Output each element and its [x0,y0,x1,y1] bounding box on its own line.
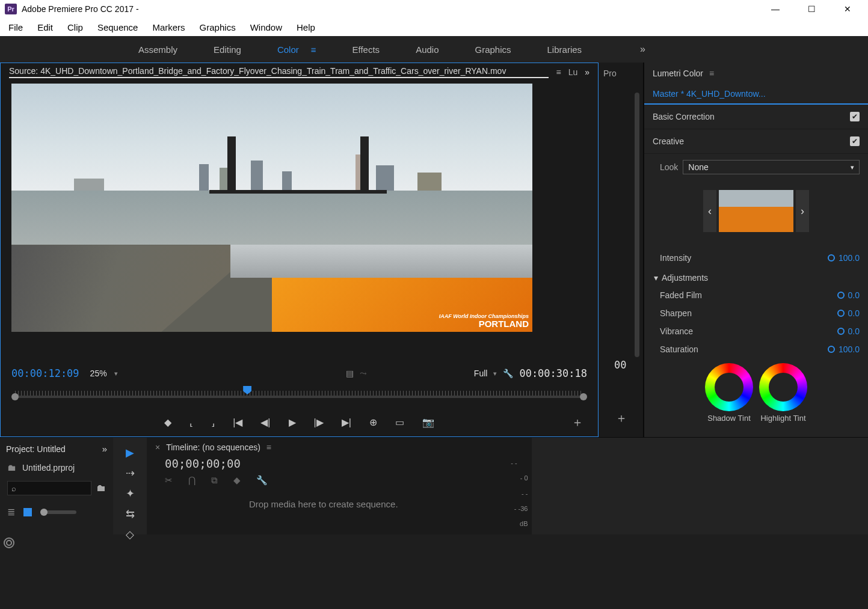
export-frame-button[interactable]: 📷 [422,417,434,428]
timeline-drop-hint[interactable]: Drop media here to create sequence. [155,488,492,520]
timeline-title: Timeline: (no sequences) [166,442,260,452]
panel-overflow-icon[interactable]: » [585,67,589,77]
settings-wrench-icon[interactable]: 🔧 [256,475,268,486]
icon-view-button[interactable] [23,508,32,516]
menu-help[interactable]: Help [291,21,321,34]
video-frame: IAAF World Indoor ChampionshipsPORTLAND [11,84,532,332]
look-next-button[interactable]: › [796,190,809,232]
close-button[interactable]: ✕ [837,4,858,14]
menu-graphics[interactable]: Graphics [194,21,242,34]
source-scrubber[interactable] [1,382,598,408]
collapsed-tab-program[interactable]: Pro [603,69,617,78]
faded-film-value[interactable]: 0.0 [837,290,860,300]
go-to-in-button[interactable]: |◀ [233,417,242,428]
project-search-input[interactable]: ⌕ [7,481,91,495]
track-select-tool[interactable]: ⇢ [123,467,137,480]
mark-in-button[interactable]: ⸤ [189,417,193,428]
saturation-value[interactable]: 100.0 [828,344,860,354]
workspace-effects[interactable]: Effects [352,42,380,57]
basic-correction-toggle[interactable]: ✔ [850,112,860,121]
menu-edit[interactable]: Edit [31,21,59,34]
lumetri-lower-filler [532,438,869,534]
source-video-viewport[interactable]: IAAF World Indoor ChampionshipsPORTLAND [1,81,598,364]
menu-window[interactable]: Window [244,21,288,34]
lumetri-section-basic-correction[interactable]: Basic Correction ✔ [644,105,868,129]
source-tab-lumetri[interactable]: Lu [568,67,578,77]
saturation-label: Saturation [660,344,698,354]
ripple-edit-tool[interactable]: ✦ [123,487,137,500]
menu-clip[interactable]: Clip [61,21,89,34]
intensity-value[interactable]: 100.0 [828,253,860,263]
look-prev-button[interactable]: ‹ [703,190,716,232]
panel-menu-icon[interactable]: ≡ [266,442,271,452]
menu-markers[interactable]: Markers [146,21,191,34]
slip-tool[interactable]: ⇆ [123,507,137,521]
thumbnail-size-slider[interactable] [40,510,76,514]
workspace-editing[interactable]: Editing [214,42,241,57]
video-only-drag-icon[interactable]: ▤ [346,369,354,378]
source-current-timecode[interactable]: 00:00:12:09 [11,367,79,379]
marker-button[interactable]: ◆ [233,475,241,486]
project-file-name: Untitled.prproj [22,463,75,473]
shadow-tint-wheel[interactable] [705,363,753,411]
list-view-button[interactable]: ≣ [7,506,15,518]
button-editor-icon[interactable]: ＋ [571,414,583,430]
window-title: Adobe Premiere Pro CC 2017 - [22,4,139,14]
menu-file[interactable]: File [2,21,29,34]
audio-only-drag-icon[interactable]: ⤳ [360,369,367,378]
step-back-button[interactable]: ◀| [260,417,270,428]
adjustments-disclosure[interactable]: ▾Adjustments [653,267,860,286]
add-marker-button[interactable]: ◆ [164,417,171,428]
insert-button[interactable]: ⊕ [369,417,377,428]
workspace-menu-icon[interactable]: ≡ [311,44,316,55]
workspace-audio[interactable]: Audio [416,42,439,57]
lumetri-section-creative[interactable]: Creative ✔ [644,129,868,154]
workspace-assembly[interactable]: Assembly [138,42,177,57]
resolution-select[interactable]: Full [474,369,488,378]
button-editor-icon[interactable]: ＋ [615,410,627,426]
zoom-level-select[interactable]: 25%▾ [90,369,118,378]
scrubber-out-handle[interactable] [580,393,587,400]
lumetri-master-clip-label[interactable]: Master * 4K_UHD_Downtow... [644,84,868,105]
step-forward-button[interactable]: |▶ [314,417,324,428]
timeline-timecode[interactable]: 00;00;00;00 [155,457,492,473]
play-button[interactable]: ▶ [289,417,296,428]
snap-button[interactable]: ✂ [165,475,173,486]
vibrance-value[interactable]: 0.0 [837,326,860,336]
lumetri-title: Lumetri Color [653,69,703,78]
menu-sequence[interactable]: Sequence [91,21,144,34]
creative-toggle[interactable]: ✔ [850,136,860,146]
new-bin-button[interactable]: 🖿 [96,483,106,494]
panel-overflow-icon[interactable]: » [102,444,107,454]
workspace-libraries[interactable]: Libraries [547,42,582,57]
creative-cloud-icon[interactable] [4,537,14,548]
scrubber-in-handle[interactable] [11,393,19,400]
workspace-color[interactable]: Color [277,42,299,57]
look-select[interactable]: None▾ [683,160,860,174]
mark-out-button[interactable]: ⸥ [211,417,215,428]
faded-film-label: Faded Film [660,290,702,300]
workspace-graphics[interactable]: Graphics [475,42,511,57]
overwrite-button[interactable]: ▭ [395,417,404,428]
settings-wrench-icon[interactable]: 🔧 [503,369,513,378]
scrollbar[interactable] [635,93,639,357]
magnet-button[interactable]: ⋂ [188,475,195,486]
minimize-button[interactable]: — [765,4,786,14]
linked-selection-button[interactable]: ⧉ [211,475,218,486]
source-monitor-panel: Source: 4K_UHD_Downtown_Portland_Bridge_… [0,63,599,437]
razor-tool[interactable]: ◇ [123,528,137,541]
go-to-out-button[interactable]: ▶| [342,417,351,428]
folder-icon: 🖿 [7,462,16,473]
sharpen-value[interactable]: 0.0 [837,308,860,318]
selection-tool[interactable]: ▶ [123,446,137,459]
chevron-down-icon: ▾ [493,370,497,378]
highlight-tint-wheel[interactable] [759,363,807,411]
search-icon: ⌕ [11,484,16,493]
panel-menu-icon[interactable]: ≡ [709,69,714,78]
project-title[interactable]: Project: Untitled [6,444,66,454]
panel-menu-icon[interactable]: ≡ [556,67,561,77]
source-tab[interactable]: Source: 4K_UHD_Downtown_Portland_Bridge_… [9,66,549,78]
close-tab-icon[interactable]: × [155,442,160,452]
workspace-overflow-icon[interactable]: » [640,44,645,55]
maximize-button[interactable]: ☐ [801,4,822,14]
